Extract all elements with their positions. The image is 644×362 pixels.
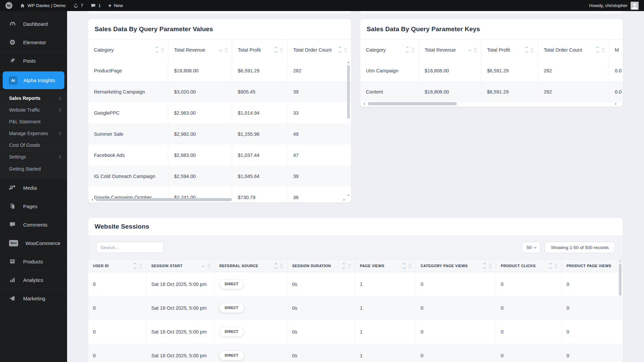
column-header-referral-source[interactable]: REFERRAL SOURCE bbox=[215, 260, 287, 272]
wordpress-menu[interactable]: W bbox=[5, 2, 12, 9]
sidebar-item-marketing[interactable]: Marketing bbox=[0, 289, 67, 308]
table-cell: 0 bbox=[416, 320, 496, 344]
column-label: PAGE VIEWS bbox=[360, 264, 400, 268]
howdy-link[interactable]: Howdy, christopher bbox=[589, 3, 628, 8]
comment-bubble-icon bbox=[91, 3, 96, 8]
column-header-total-order-count[interactable]: Total Order Count bbox=[287, 40, 351, 60]
table-row: IG Cold Outreach Campaign $2,594.00 $1,0… bbox=[88, 166, 351, 187]
sidebar-label: Dashboard bbox=[23, 21, 48, 27]
site-name-link[interactable]: WP Davies | Demo bbox=[20, 3, 66, 8]
sidebar-item-posts[interactable]: Posts bbox=[0, 52, 67, 70]
submenu-item-website-traffic[interactable]: Website Traffic bbox=[0, 104, 67, 116]
sort-icon bbox=[343, 263, 345, 268]
table-cell: 0.0 bbox=[609, 81, 623, 102]
drag-handle-icon[interactable] bbox=[489, 263, 492, 268]
comments-indicator[interactable]: 1 bbox=[91, 3, 101, 8]
sidebar-item-products[interactable]: Products bbox=[0, 252, 67, 271]
table-cell: 33 bbox=[287, 102, 351, 123]
updates-indicator[interactable]: 7 bbox=[73, 3, 84, 8]
drag-handle-icon[interactable] bbox=[602, 48, 605, 52]
new-button[interactable]: + New bbox=[108, 3, 123, 8]
scrollbar-thumb[interactable] bbox=[368, 102, 457, 105]
table-row: Summer Sale $2,982.00 $1,155.96 49 bbox=[88, 123, 351, 144]
submenu-item-getting-started[interactable]: Getting Started bbox=[0, 163, 67, 175]
sidebar-item-dashboard[interactable]: Dashboard bbox=[0, 15, 67, 33]
drag-handle-icon[interactable] bbox=[554, 263, 557, 268]
column-header-session-start[interactable]: SESSION START bbox=[147, 260, 215, 272]
chevron-right-icon bbox=[58, 108, 61, 112]
page-size-value: 50 bbox=[527, 245, 532, 250]
scroll-left-arrow[interactable] bbox=[91, 198, 93, 201]
scroll-left-arrow[interactable] bbox=[363, 103, 365, 105]
drag-handle-icon[interactable] bbox=[280, 48, 283, 52]
table-cell: $2,983.00 bbox=[168, 102, 232, 123]
column-header-product-clicks[interactable]: PRODUCT CLICKS bbox=[496, 260, 562, 272]
drag-handle-icon[interactable] bbox=[139, 263, 142, 268]
column-header-user-id[interactable]: USER ID bbox=[88, 260, 147, 272]
submenu-item-manage-expenses[interactable]: Manage Expenses bbox=[0, 128, 67, 139]
column-header-total-profit[interactable]: Total Profit bbox=[232, 40, 287, 60]
vertical-scrollbar[interactable] bbox=[619, 260, 622, 362]
submenu-item-cost-of-goods[interactable]: Cost Of Goods bbox=[0, 139, 67, 151]
scroll-up-arrow[interactable] bbox=[619, 260, 622, 262]
drag-handle-icon[interactable] bbox=[409, 263, 412, 268]
drag-handle-icon[interactable] bbox=[344, 48, 347, 52]
sort-desc-icon bbox=[202, 265, 204, 267]
column-header-margin-truncated[interactable]: Ma bbox=[609, 40, 623, 60]
drag-handle-icon[interactable] bbox=[207, 263, 210, 268]
submenu-item-pl-statement[interactable]: P&L Statement bbox=[0, 116, 67, 128]
sidebar-item-pages[interactable]: Pages bbox=[0, 197, 67, 216]
sessions-card: Website Sessions 50 Showing 1-50 of 500 … bbox=[88, 218, 623, 362]
scroll-down-arrow[interactable] bbox=[347, 195, 350, 196]
column-header-category[interactable]: Category bbox=[88, 40, 168, 60]
sessions-table-header: USER ID SESSION START REFERRAL SOURCE SE… bbox=[88, 259, 623, 272]
sort-icon bbox=[484, 263, 486, 268]
column-header-page-views[interactable]: PAGE VIEWS bbox=[355, 260, 416, 272]
drag-handle-icon[interactable] bbox=[412, 48, 415, 52]
column-header-total-profit[interactable]: Total Profit bbox=[481, 40, 538, 60]
drag-handle-icon[interactable] bbox=[280, 263, 283, 268]
column-header-total-revenue[interactable]: Total Revenue bbox=[168, 40, 232, 60]
submenu-item-sales-reports[interactable]: Sales Reports bbox=[0, 93, 67, 104]
page-size-select[interactable]: 50 bbox=[522, 242, 540, 253]
avatar[interactable] bbox=[631, 2, 639, 10]
drag-handle-icon[interactable] bbox=[225, 48, 228, 52]
new-label: New bbox=[114, 3, 123, 8]
chevron-right-icon bbox=[58, 132, 61, 135]
drag-handle-icon[interactable] bbox=[348, 263, 351, 268]
sidebar: Dashboard Elementor Posts AI Alpha Insig… bbox=[0, 11, 67, 362]
table-cell: 0.0 bbox=[609, 60, 623, 81]
sidebar-item-media[interactable]: Media bbox=[0, 179, 67, 197]
table-cell: $18,808.00 bbox=[419, 60, 481, 81]
column-header-session-duration[interactable]: SESSION DURATION bbox=[287, 260, 355, 272]
column-header-category[interactable]: Category bbox=[360, 40, 419, 60]
horizontal-scrollbar[interactable] bbox=[363, 102, 617, 106]
table-cell: 0 bbox=[416, 272, 496, 296]
sidebar-item-comments[interactable]: Comments bbox=[0, 216, 67, 234]
scroll-right-arrow[interactable] bbox=[343, 198, 345, 201]
submenu-item-settings[interactable]: Settings bbox=[0, 151, 67, 163]
drag-handle-icon[interactable] bbox=[161, 48, 164, 52]
column-label: PRODUCT PAGE VIEWS bbox=[567, 264, 619, 268]
scrollbar-thumb[interactable] bbox=[619, 264, 622, 296]
column-header-total-order-count[interactable]: Total Order Count bbox=[538, 40, 609, 60]
scrollbar-thumb[interactable] bbox=[96, 198, 232, 201]
column-header-category-page-views[interactable]: CATEGORY PAGE VIEWS bbox=[416, 260, 496, 272]
search-input[interactable] bbox=[96, 242, 164, 253]
table-cell: $6,591.29 bbox=[481, 60, 538, 81]
horizontal-scrollbar[interactable] bbox=[91, 197, 345, 202]
drag-handle-icon[interactable] bbox=[531, 48, 534, 52]
table-cell: 282 bbox=[538, 81, 609, 102]
referral-source-badge: DIRECT bbox=[219, 303, 244, 313]
sidebar-item-elementor[interactable]: Elementor bbox=[0, 33, 67, 52]
scroll-right-arrow[interactable] bbox=[615, 103, 617, 105]
sidebar-item-woocommerce[interactable]: Woo WooCommerce bbox=[0, 234, 67, 252]
drag-handle-icon[interactable] bbox=[474, 48, 477, 52]
vertical-scrollbar[interactable] bbox=[347, 61, 350, 196]
sidebar-item-analytics[interactable]: Analytics bbox=[0, 271, 67, 289]
sidebar-item-alpha-insights[interactable]: AI Alpha Insights bbox=[3, 71, 64, 89]
scrollbar-thumb[interactable] bbox=[347, 65, 350, 119]
column-header-total-revenue[interactable]: Total Revenue bbox=[419, 40, 481, 60]
column-header-product-page-views[interactable]: PRODUCT PAGE VIEWS bbox=[562, 260, 623, 272]
scroll-up-arrow[interactable] bbox=[347, 61, 350, 63]
